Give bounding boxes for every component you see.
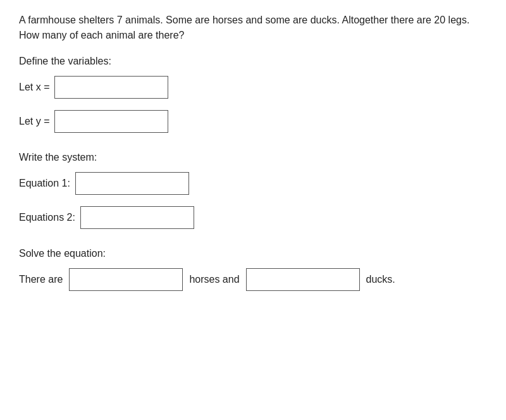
problem-line1: A farmhouse shelters 7 animals. Some are… <box>19 13 487 28</box>
equation2-row: Equations 2: <box>19 206 487 229</box>
equation2-label: Equations 2: <box>19 212 75 223</box>
horses-and-label: horses and <box>189 274 239 285</box>
problem-text: A farmhouse shelters 7 animals. Some are… <box>19 13 487 43</box>
define-label: Define the variables: <box>19 56 487 67</box>
let-x-row: Let x = <box>19 76 487 99</box>
horses-count-input[interactable] <box>69 268 183 291</box>
ducks-count-input[interactable] <box>246 268 360 291</box>
let-x-input[interactable] <box>54 76 168 99</box>
let-x-label: Let x = <box>19 82 49 93</box>
let-y-label: Let y = <box>19 116 49 127</box>
equation1-label: Equation 1: <box>19 178 70 189</box>
solve-row: There are horses and ducks. <box>19 268 487 291</box>
let-y-row: Let y = <box>19 110 487 133</box>
problem-line2: How many of each animal are there? <box>19 28 487 43</box>
equation1-input[interactable] <box>75 172 189 195</box>
solve-section: Solve the equation: There are horses and… <box>19 248 487 291</box>
equation1-row: Equation 1: <box>19 172 487 195</box>
system-section: Write the system: Equation 1: Equations … <box>19 152 487 229</box>
let-y-input[interactable] <box>54 110 168 133</box>
system-label: Write the system: <box>19 152 487 163</box>
ducks-label: ducks. <box>366 274 395 285</box>
define-section: Define the variables: Let x = Let y = <box>19 56 487 133</box>
equation2-input[interactable] <box>80 206 194 229</box>
there-are-label: There are <box>19 274 63 285</box>
solve-label: Solve the equation: <box>19 248 487 259</box>
